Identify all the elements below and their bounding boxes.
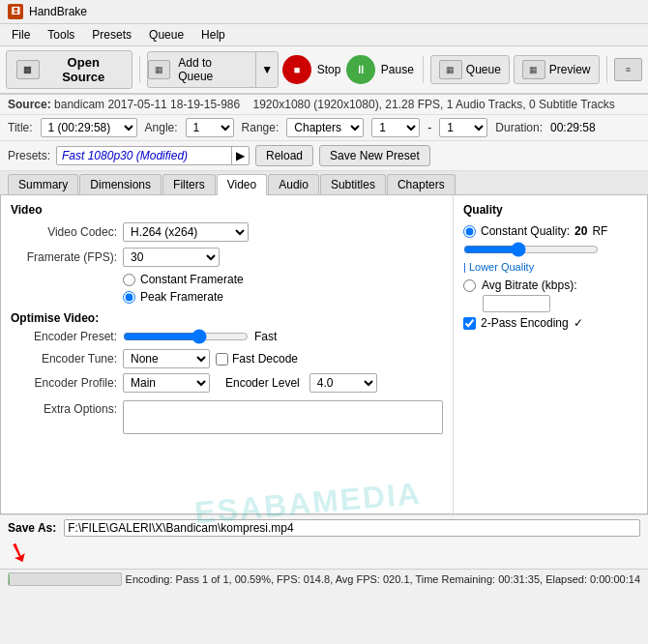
constant-framerate-label: Constant Framerate [140,273,244,286]
menu-queue[interactable]: Queue [141,26,191,44]
toolbar-divider-2 [423,56,424,83]
extra-options-input[interactable] [123,400,443,434]
saveas-row: Save As: [0,514,648,541]
constant-quality-value: 20 [574,224,587,238]
open-source-icon: ▦ [16,60,40,79]
encoder-preset-slider[interactable] [123,329,249,344]
save-preset-button[interactable]: Save New Preset [319,145,430,166]
status-bar: Encoding: Pass 1 of 1, 00.59%, FPS: 014.… [0,569,648,589]
status-progress-fill [9,573,10,585]
lower-quality-hint: | Lower Quality [463,261,637,273]
tab-filters[interactable]: Filters [162,174,216,194]
presets-combo[interactable]: Fast 1080p30 (Modified) ▶ [56,146,250,165]
tab-chapters[interactable]: Chapters [387,174,456,194]
queue-button[interactable]: ▦ Queue [430,55,510,84]
constant-quality-row: Constant Quality: 20 RF [463,224,637,238]
chapter-dash: - [427,121,431,134]
encoder-level-select[interactable]: 4.0 [309,373,377,393]
twopass-label: 2-Pass Encoding [481,316,569,330]
extra-options-row: Extra Options: [11,400,443,434]
encoder-preset-row: Encoder Preset: Fast [11,329,443,344]
tab-subtitles[interactable]: Subtitles [320,174,386,194]
menu-help[interactable]: Help [193,26,233,44]
presets-label: Presets: [8,149,50,162]
app-icon: 🎞 [8,4,23,19]
avg-bitrate-radio[interactable] [463,279,476,292]
constant-framerate-radio[interactable] [123,274,135,286]
app-title: HandBrake [29,5,87,18]
arrow-row: ➘ [0,541,648,569]
angle-label: Angle: [145,121,178,134]
twopass-checkbox[interactable] [463,317,476,330]
peak-framerate-row: Peak Framerate [123,290,443,304]
add-queue-icon: ▦ [148,60,170,79]
encoder-tune-label: Encoder Tune: [11,352,117,366]
fast-decode-label: Fast Decode [232,352,298,366]
pause-icon: ⏸ [355,63,367,76]
rf-label: RF [592,224,607,238]
title-row: Title: 1 (00:29:58) Angle: 1 Range: Chap… [0,115,648,141]
avg-bitrate-label: Avg Bitrate (kbps): [482,278,576,292]
tabs-bar: Summary Dimensions Filters Video Audio S… [0,171,648,195]
codec-row: Video Codec: H.264 (x264) [11,222,443,242]
source-details: 1920x1080 (1920x1080), 21.28 FPS, 1 Audi… [253,98,615,111]
codec-label: Video Codec: [11,225,117,239]
preview-button[interactable]: ▦ Preview [514,55,600,84]
encoder-preset-label: Encoder Preset: [11,330,117,343]
chapter-from-select[interactable]: 1 [371,118,420,137]
stop-text-label: Stop [317,63,341,76]
encoder-tune-select[interactable]: None [123,349,210,368]
quality-slider[interactable] [463,242,599,257]
angle-select[interactable]: 1 [186,118,234,137]
constant-quality-label: Constant Quality: [481,224,570,238]
fps-select[interactable]: 30 [123,248,220,267]
codec-select[interactable]: H.264 (x264) [123,222,249,242]
saveas-input[interactable] [64,519,640,537]
optimise-title: Optimise Video: [11,311,443,325]
presets-row: Presets: Fast 1080p30 (Modified) ▶ Reloa… [0,141,648,171]
duration-label: Duration: [495,121,543,134]
encoder-preset-value: Fast [254,330,277,343]
title-label: Title: [8,121,33,134]
reload-button[interactable]: Reload [255,145,313,166]
tab-summary[interactable]: Summary [8,174,78,194]
avg-bitrate-row: Avg Bitrate (kbps): [463,278,637,292]
peak-framerate-radio[interactable] [123,291,135,304]
constant-quality-radio[interactable] [463,225,476,238]
open-source-button[interactable]: ▦ Open Source [6,50,133,89]
pause-button[interactable]: ⏸ [346,55,374,84]
add-to-queue-button[interactable]: ▦ Add to Queue ▼ [147,51,279,88]
add-queue-dropdown-arrow[interactable]: ▼ [256,59,278,80]
saveas-label: Save As: [8,521,56,535]
stop-button[interactable]: ■ [282,55,310,84]
queue-icon: ▦ [439,60,462,79]
fast-decode-checkbox[interactable] [216,353,228,366]
pause-text-label: Pause [381,63,414,76]
main-content: ESABAMEDIA Video Video Codec: H.264 (x26… [0,195,648,514]
encoder-profile-select[interactable]: Main [123,373,210,393]
title-select[interactable]: 1 (00:29:58) [41,118,137,137]
fast-decode-row: Fast Decode [216,352,298,366]
menu-file[interactable]: File [4,26,38,44]
presets-dropdown-arrow[interactable]: ▶ [231,147,249,164]
range-select[interactable]: Chapters [286,118,364,137]
menu-presets[interactable]: Presets [84,26,139,44]
tab-video[interactable]: Video [217,174,267,195]
preview-label: Preview [549,63,591,76]
add-queue-label: Add to Queue [170,52,256,87]
title-bar: 🎞 HandBrake [0,0,648,24]
stop-label: ■ [294,64,301,75]
tab-dimensions[interactable]: Dimensions [79,174,162,194]
source-filename: bandicam 2017-05-11 18-19-15-986 [54,98,240,111]
quality-panel: Quality Constant Quality: 20 RF | Lower … [454,195,647,513]
chapter-to-select[interactable]: 1 [439,118,487,137]
peak-framerate-label: Peak Framerate [140,290,223,304]
bitrate-input[interactable] [483,295,550,312]
tab-audio[interactable]: Audio [268,174,319,194]
menu-bar: File Tools Presets Queue Help [0,24,648,46]
twopass-row: 2-Pass Encoding ✓ [463,316,637,330]
menu-tools[interactable]: Tools [40,26,82,44]
video-section-title: Video [11,203,443,217]
range-label: Range: [242,121,280,134]
status-text: Encoding: Pass 1 of 1, 00.59%, FPS: 014.… [126,573,640,585]
